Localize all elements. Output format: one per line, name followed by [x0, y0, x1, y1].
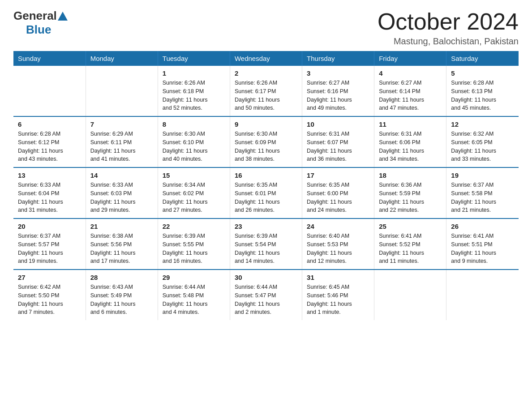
day-number: 9 [235, 120, 297, 128]
header-day-wednesday: Wednesday [230, 51, 302, 66]
page-header: General Blue October 2024 Mastung, Baloc… [13, 9, 519, 47]
calendar-cell: 9Sunrise: 6:30 AMSunset: 6:09 PMDaylight… [230, 116, 302, 167]
day-info: Sunrise: 6:40 AMSunset: 5:53 PMDaylight:… [307, 232, 369, 265]
day-info: Sunrise: 6:30 AMSunset: 6:10 PMDaylight:… [163, 130, 225, 163]
day-info: Sunrise: 6:28 AMSunset: 6:13 PMDaylight:… [451, 79, 514, 112]
day-number: 8 [163, 120, 225, 128]
day-info: Sunrise: 6:32 AMSunset: 6:05 PMDaylight:… [451, 130, 514, 163]
calendar-cell: 31Sunrise: 6:45 AMSunset: 5:46 PMDayligh… [302, 270, 374, 320]
day-number: 1 [163, 69, 225, 77]
calendar-cell: 4Sunrise: 6:27 AMSunset: 6:14 PMDaylight… [374, 66, 446, 116]
calendar-week-row: 27Sunrise: 6:42 AMSunset: 5:50 PMDayligh… [13, 270, 519, 320]
day-number: 14 [90, 171, 153, 179]
day-info: Sunrise: 6:30 AMSunset: 6:09 PMDaylight:… [235, 130, 297, 163]
day-info: Sunrise: 6:37 AMSunset: 5:57 PMDaylight:… [18, 232, 81, 265]
day-number: 23 [235, 223, 297, 230]
logo-blue-text: Blue [26, 23, 51, 36]
calendar-cell: 19Sunrise: 6:37 AMSunset: 5:58 PMDayligh… [446, 167, 519, 218]
calendar-week-row: 13Sunrise: 6:33 AMSunset: 6:04 PMDayligh… [13, 167, 519, 218]
calendar-cell: 5Sunrise: 6:28 AMSunset: 6:13 PMDaylight… [446, 66, 519, 116]
day-info: Sunrise: 6:35 AMSunset: 6:01 PMDaylight:… [235, 181, 297, 214]
calendar-cell: 3Sunrise: 6:27 AMSunset: 6:16 PMDaylight… [302, 66, 374, 116]
calendar-cell: 6Sunrise: 6:28 AMSunset: 6:12 PMDaylight… [13, 116, 86, 167]
day-info: Sunrise: 6:27 AMSunset: 6:16 PMDaylight:… [307, 79, 369, 112]
calendar-cell: 25Sunrise: 6:41 AMSunset: 5:52 PMDayligh… [374, 218, 446, 270]
calendar-week-row: 20Sunrise: 6:37 AMSunset: 5:57 PMDayligh… [13, 218, 519, 270]
calendar-cell: 11Sunrise: 6:31 AMSunset: 6:06 PMDayligh… [374, 116, 446, 167]
calendar-cell: 1Sunrise: 6:26 AMSunset: 6:18 PMDaylight… [158, 66, 230, 116]
calendar-cell: 27Sunrise: 6:42 AMSunset: 5:50 PMDayligh… [13, 270, 86, 320]
calendar-week-row: 6Sunrise: 6:28 AMSunset: 6:12 PMDaylight… [13, 116, 519, 167]
day-number: 16 [235, 171, 297, 179]
day-info: Sunrise: 6:26 AMSunset: 6:17 PMDaylight:… [235, 79, 297, 112]
calendar-cell: 13Sunrise: 6:33 AMSunset: 6:04 PMDayligh… [13, 167, 86, 218]
day-number: 4 [379, 69, 442, 77]
day-info: Sunrise: 6:36 AMSunset: 5:59 PMDaylight:… [379, 181, 442, 214]
day-info: Sunrise: 6:42 AMSunset: 5:50 PMDaylight:… [18, 283, 81, 317]
calendar-cell: 20Sunrise: 6:37 AMSunset: 5:57 PMDayligh… [13, 218, 86, 270]
header-day-friday: Friday [374, 51, 446, 66]
day-number: 2 [235, 69, 297, 77]
calendar-header-row: SundayMondayTuesdayWednesdayThursdayFrid… [13, 51, 519, 66]
calendar-cell: 17Sunrise: 6:35 AMSunset: 6:00 PMDayligh… [302, 167, 374, 218]
day-info: Sunrise: 6:31 AMSunset: 6:07 PMDaylight:… [307, 130, 369, 163]
day-number: 7 [90, 120, 153, 128]
day-info: Sunrise: 6:33 AMSunset: 6:03 PMDaylight:… [90, 181, 153, 214]
day-number: 25 [379, 223, 442, 230]
calendar-week-row: 1Sunrise: 6:26 AMSunset: 6:18 PMDaylight… [13, 66, 519, 116]
header-day-saturday: Saturday [446, 51, 519, 66]
day-info: Sunrise: 6:38 AMSunset: 5:56 PMDaylight:… [90, 232, 153, 265]
calendar-cell: 23Sunrise: 6:39 AMSunset: 5:54 PMDayligh… [230, 218, 302, 270]
title-section: October 2024 Mastung, Balochistan, Pakis… [378, 9, 519, 47]
day-info: Sunrise: 6:41 AMSunset: 5:51 PMDaylight:… [451, 232, 514, 265]
day-number: 6 [18, 120, 81, 128]
day-info: Sunrise: 6:26 AMSunset: 6:18 PMDaylight:… [163, 79, 225, 112]
day-number: 18 [379, 171, 442, 179]
day-info: Sunrise: 6:44 AMSunset: 5:47 PMDaylight:… [235, 283, 297, 317]
day-info: Sunrise: 6:45 AMSunset: 5:46 PMDaylight:… [307, 283, 369, 317]
calendar-cell: 30Sunrise: 6:44 AMSunset: 5:47 PMDayligh… [230, 270, 302, 320]
day-number: 26 [451, 223, 514, 230]
calendar-cell: 10Sunrise: 6:31 AMSunset: 6:07 PMDayligh… [302, 116, 374, 167]
day-number: 24 [307, 223, 369, 230]
day-number: 17 [307, 171, 369, 179]
day-number: 3 [307, 69, 369, 77]
day-info: Sunrise: 6:29 AMSunset: 6:11 PMDaylight:… [90, 130, 153, 163]
calendar-cell [374, 270, 446, 320]
day-number: 31 [307, 274, 369, 281]
calendar-cell: 18Sunrise: 6:36 AMSunset: 5:59 PMDayligh… [374, 167, 446, 218]
header-day-tuesday: Tuesday [158, 51, 230, 66]
day-info: Sunrise: 6:39 AMSunset: 5:54 PMDaylight:… [235, 232, 297, 265]
day-number: 11 [379, 120, 442, 128]
day-info: Sunrise: 6:34 AMSunset: 6:02 PMDaylight:… [163, 181, 225, 214]
calendar-cell [13, 66, 86, 116]
day-info: Sunrise: 6:39 AMSunset: 5:55 PMDaylight:… [163, 232, 225, 265]
logo-general-text: General [13, 9, 57, 23]
day-number: 19 [451, 171, 514, 179]
day-info: Sunrise: 6:27 AMSunset: 6:14 PMDaylight:… [379, 79, 442, 112]
location-subtitle: Mastung, Balochistan, Pakistan [378, 36, 519, 47]
header-day-sunday: Sunday [13, 51, 86, 66]
month-year-title: October 2024 [378, 9, 519, 34]
calendar-cell: 21Sunrise: 6:38 AMSunset: 5:56 PMDayligh… [86, 218, 158, 270]
day-number: 12 [451, 120, 514, 128]
calendar-cell [86, 66, 158, 116]
day-info: Sunrise: 6:33 AMSunset: 6:04 PMDaylight:… [18, 181, 81, 214]
calendar-cell: 24Sunrise: 6:40 AMSunset: 5:53 PMDayligh… [302, 218, 374, 270]
calendar-cell [446, 270, 519, 320]
day-number: 13 [18, 171, 81, 179]
logo-triangle-icon [58, 12, 68, 21]
day-number: 27 [18, 274, 81, 281]
header-day-thursday: Thursday [302, 51, 374, 66]
day-number: 30 [235, 274, 297, 281]
logo: General Blue [13, 9, 69, 37]
day-info: Sunrise: 6:28 AMSunset: 6:12 PMDaylight:… [18, 130, 81, 163]
day-number: 10 [307, 120, 369, 128]
day-info: Sunrise: 6:31 AMSunset: 6:06 PMDaylight:… [379, 130, 442, 163]
day-number: 29 [163, 274, 225, 281]
calendar-cell: 14Sunrise: 6:33 AMSunset: 6:03 PMDayligh… [86, 167, 158, 218]
calendar-cell: 15Sunrise: 6:34 AMSunset: 6:02 PMDayligh… [158, 167, 230, 218]
day-number: 21 [90, 223, 153, 230]
calendar-cell: 22Sunrise: 6:39 AMSunset: 5:55 PMDayligh… [158, 218, 230, 270]
calendar-cell: 16Sunrise: 6:35 AMSunset: 6:01 PMDayligh… [230, 167, 302, 218]
